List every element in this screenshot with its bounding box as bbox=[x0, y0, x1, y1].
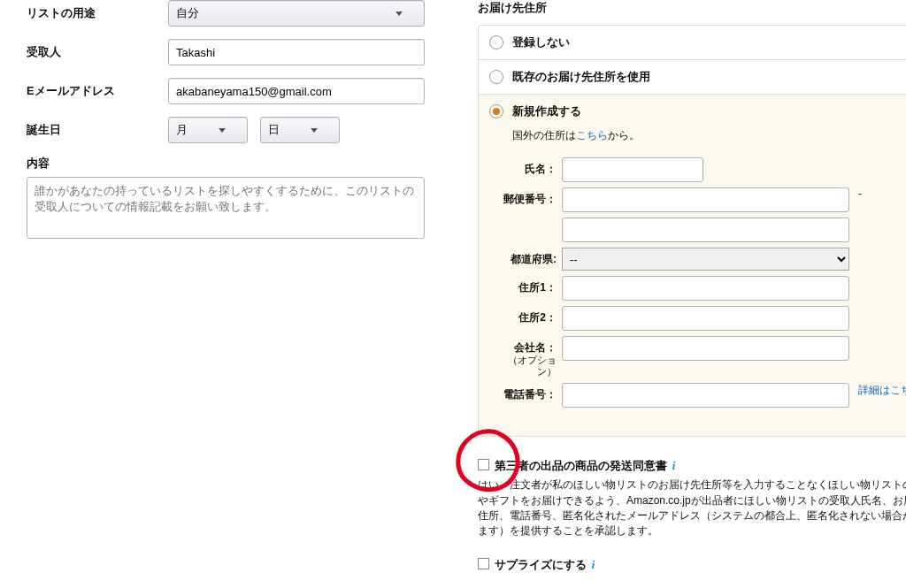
postal-input-2[interactable] bbox=[562, 218, 849, 242]
content-textarea[interactable] bbox=[27, 177, 425, 239]
consent-title: 第三者の出品の商品の発送同意書 bbox=[495, 459, 667, 472]
name-input[interactable] bbox=[562, 157, 703, 182]
pref-select[interactable]: -- bbox=[562, 248, 849, 271]
radio-label-existing: 既存のお届け先住所を使用 bbox=[512, 69, 650, 85]
birthday-day-select[interactable]: 日 bbox=[260, 117, 340, 143]
email-input[interactable] bbox=[168, 78, 425, 104]
pref-label: 都道府県: bbox=[500, 248, 557, 266]
radio-new-expanded: 国外の住所はこちらから。 氏名： 郵便番号： - bbox=[479, 123, 906, 436]
postal-dash: - bbox=[858, 187, 862, 200]
addr1-input[interactable] bbox=[562, 276, 849, 301]
list-purpose-label: リストの用途 bbox=[27, 5, 168, 21]
birthday-day-value: 日 bbox=[268, 122, 280, 138]
radio-icon bbox=[489, 104, 503, 118]
address-section-title: お届け先住所 bbox=[478, 0, 906, 16]
radio-option-new[interactable]: 新規作成する bbox=[479, 95, 906, 123]
consent-body: はい、注文者が私のほしい物リストのお届け先住所等を入力することなくほしい物リスト… bbox=[478, 477, 906, 539]
list-purpose-select[interactable]: 自分 bbox=[168, 0, 425, 27]
recipient-input[interactable] bbox=[168, 39, 425, 65]
postal-input[interactable] bbox=[562, 187, 849, 212]
addr2-input[interactable] bbox=[562, 306, 849, 331]
info-icon[interactable]: i bbox=[672, 459, 676, 472]
company-input[interactable] bbox=[562, 336, 849, 361]
postal-label: 郵便番号： bbox=[500, 187, 557, 206]
consent-checkbox[interactable] bbox=[478, 459, 489, 470]
name-label: 氏名： bbox=[500, 157, 557, 176]
surprise-label: サプライズにする bbox=[495, 558, 587, 571]
new-address-form: 氏名： 郵便番号： - 都道府県: bbox=[489, 154, 906, 427]
email-label: Eメールアドレス bbox=[27, 83, 168, 99]
radio-label-new: 新規作成する bbox=[512, 103, 581, 119]
right-column: お届け先住所 登録しない 既存のお届け先住所を使用 新規作成する 国外の住所はこ… bbox=[478, 0, 906, 588]
list-purpose-value: 自分 bbox=[176, 5, 199, 21]
company-label: 会社名： （オプション） bbox=[500, 336, 557, 378]
phone-details-link[interactable]: 詳細はこちら bbox=[858, 383, 906, 398]
content-label: 内容 bbox=[27, 157, 50, 170]
phone-label: 電話番号： bbox=[500, 383, 557, 401]
third-party-consent: 第三者の出品の商品の発送同意書 i はい、注文者が私のほしい物リストのお届け先住… bbox=[478, 458, 906, 573]
birthday-month-value: 月 bbox=[176, 122, 188, 138]
birthday-label: 誕生日 bbox=[27, 122, 168, 138]
addr2-label: 住所2： bbox=[500, 306, 557, 325]
address-radio-group: 登録しない 既存のお届け先住所を使用 新規作成する 国外の住所はこちらから。 bbox=[478, 25, 906, 437]
postal2-label bbox=[500, 218, 557, 223]
radio-option-existing[interactable]: 既存のお届け先住所を使用 bbox=[479, 60, 906, 95]
recipient-label: 受取人 bbox=[27, 44, 168, 60]
left-column: リストの用途 自分 受取人 Eメールアドレス 誕生日 月 bbox=[27, 0, 425, 588]
overseas-link[interactable]: こちら bbox=[576, 129, 608, 141]
addr1-label: 住所1： bbox=[500, 276, 557, 294]
phone-input[interactable] bbox=[562, 383, 849, 408]
radio-icon bbox=[489, 35, 503, 50]
radio-option-none[interactable]: 登録しない bbox=[479, 26, 906, 60]
radio-label-none: 登録しない bbox=[512, 34, 570, 50]
surprise-checkbox[interactable] bbox=[478, 558, 489, 569]
overseas-note: 国外の住所はこちらから。 bbox=[489, 123, 906, 154]
info-icon[interactable]: i bbox=[592, 558, 595, 571]
birthday-month-select[interactable]: 月 bbox=[168, 117, 248, 143]
radio-icon bbox=[489, 70, 503, 84]
